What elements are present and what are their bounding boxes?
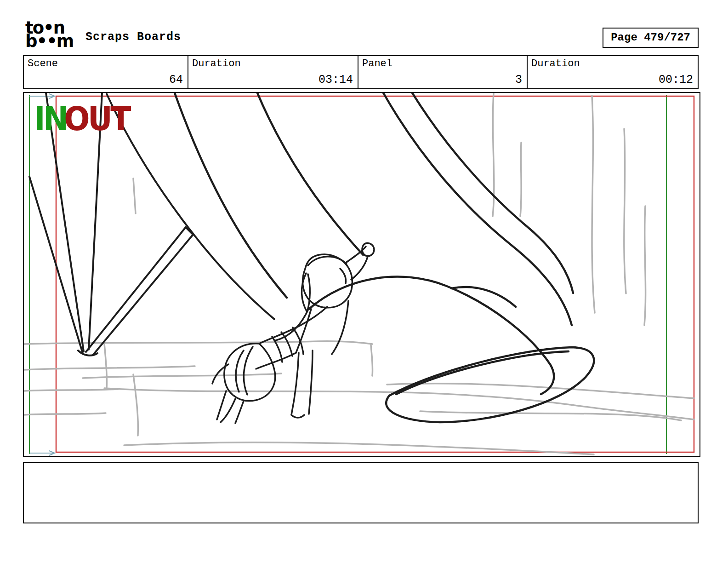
giant-shoe <box>309 277 594 422</box>
panel-duration-label: Duration <box>531 58 580 69</box>
storyboard-panel: INOUT <box>23 92 700 457</box>
curtain-leg-curves <box>175 93 573 325</box>
panel-cell: Panel 3 <box>358 56 528 88</box>
dog-sketch <box>212 243 374 423</box>
scene-value: 64 <box>169 73 183 86</box>
document-title: Scraps Boards <box>85 30 181 44</box>
page-indicator: Page 479/727 <box>603 28 699 48</box>
storyboard-sketch <box>24 93 700 456</box>
camera-guides <box>29 94 694 455</box>
inout-labels: INOUT <box>34 99 129 138</box>
scene-cell: Scene 64 <box>24 56 188 88</box>
in-label: IN <box>34 99 67 138</box>
logo-line-2: b••m <box>25 34 73 48</box>
scene-duration-value: 03:14 <box>318 73 353 86</box>
panel-duration-value: 00:12 <box>659 73 693 86</box>
scene-label: Scene <box>28 58 58 69</box>
toonboom-logo: to•n b••m <box>25 21 73 48</box>
scene-duration-cell: Duration 03:14 <box>188 56 358 88</box>
camera-move-arrow-bottom <box>29 451 55 455</box>
scene-duration-label: Duration <box>192 58 241 69</box>
caption-box <box>23 462 699 523</box>
background-gray-lines <box>24 93 694 454</box>
panel-duration-cell: Duration 00:12 <box>528 56 698 88</box>
info-row: Scene 64 Duration 03:14 Panel 3 Duration… <box>23 55 699 89</box>
panel-value: 3 <box>515 73 522 86</box>
out-label: OUT <box>64 99 129 138</box>
panel-label: Panel <box>362 58 392 69</box>
camera-move-arrow-top <box>29 94 55 98</box>
